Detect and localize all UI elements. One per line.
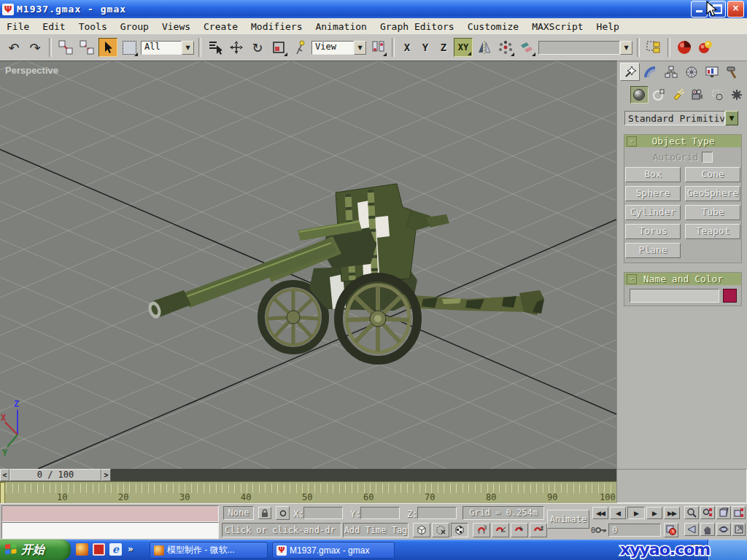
edit-named-selections-icon[interactable] [644, 38, 663, 57]
add-time-tag[interactable]: Add Time Tag [343, 523, 409, 537]
menu-graph-editors[interactable]: Graph Editors [374, 19, 461, 34]
taskbar-item-gmax[interactable]: Ψ M1937.gmax - gmax [272, 542, 395, 559]
helpers-icon[interactable] [708, 86, 727, 104]
restrict-y-button[interactable]: Y [417, 39, 433, 56]
field-of-view-icon[interactable] [684, 523, 699, 536]
geosphere-button[interactable]: GeoSphere [685, 186, 740, 201]
create-tab[interactable] [620, 63, 640, 81]
angle-snap-icon[interactable] [492, 523, 509, 537]
quick-render-icon[interactable] [696, 38, 715, 57]
dropdown-arrow-icon[interactable]: ▼ [620, 41, 632, 55]
use-pivot-center-icon[interactable] [368, 38, 387, 57]
box-button[interactable]: Box [625, 167, 681, 182]
dropdown-arrow-icon[interactable]: ▼ [354, 41, 366, 55]
min-max-toggle-icon[interactable] [732, 523, 746, 536]
time-slider-handle[interactable]: 0 / 100 [9, 469, 101, 481]
restrict-z-button[interactable]: Z [436, 39, 452, 56]
menu-animation[interactable]: Animation [309, 19, 373, 34]
render-scene-icon[interactable] [675, 38, 694, 57]
checker-cube-icon[interactable] [451, 523, 468, 537]
unlink-icon[interactable] [77, 38, 96, 57]
category-dropdown[interactable]: Standard Primitiv ▼ [624, 111, 743, 125]
cameras-icon[interactable] [689, 86, 707, 104]
snap-3d-icon[interactable]: 3 [473, 523, 490, 537]
autogrid-checkbox[interactable] [702, 152, 713, 163]
undo-icon[interactable]: ↶ [4, 38, 23, 57]
menu-group[interactable]: Group [114, 19, 155, 34]
start-button[interactable]: 开始 [0, 540, 71, 560]
slider-left-arrow[interactable]: < [0, 469, 9, 481]
viewport-label[interactable]: Perspective [5, 65, 58, 76]
object-color-swatch[interactable] [723, 289, 737, 303]
frame-zero-marker[interactable] [0, 482, 5, 504]
torus-button[interactable]: Torus [625, 224, 681, 239]
red-app-icon[interactable] [93, 543, 105, 556]
plane-button[interactable]: Plane [625, 243, 681, 258]
z-input[interactable] [417, 507, 457, 519]
cylinder-button[interactable]: Cylinder [625, 205, 681, 220]
close-button[interactable]: × [727, 1, 744, 18]
teapot-button[interactable]: Teapot [685, 224, 740, 239]
mirror-icon[interactable] [475, 38, 494, 57]
selection-filter-combo[interactable]: All ▼ [141, 40, 194, 55]
display-tab[interactable] [702, 63, 721, 81]
geometry-icon[interactable] [630, 86, 649, 104]
menu-file[interactable]: File [0, 19, 36, 34]
menu-views[interactable]: Views [155, 19, 197, 34]
named-selection-sets-combo[interactable]: ▼ [538, 40, 632, 55]
time-slider-track[interactable]: < 0 / 100 > [0, 469, 616, 481]
name-color-header[interactable]: - Name and Color [624, 273, 741, 285]
taskbar-item-modeling[interactable]: 模型制作 - 微软... [150, 542, 268, 559]
snap-cube-icon[interactable] [413, 523, 430, 537]
absolute-mode-icon[interactable] [276, 506, 290, 520]
align-icon[interactable] [517, 38, 536, 57]
current-frame-field[interactable]: 0 [608, 524, 661, 537]
array-icon[interactable] [496, 38, 515, 57]
select-scale-icon[interactable] [269, 38, 288, 57]
reference-coordinate-combo[interactable]: View ▼ [311, 40, 366, 55]
dropdown-arrow-icon[interactable]: ▼ [182, 41, 194, 55]
object-name-input[interactable] [630, 289, 719, 303]
spinner-snap-icon[interactable] [530, 523, 547, 537]
time-configuration-icon[interactable] [664, 523, 678, 537]
y-input[interactable] [360, 507, 400, 519]
menu-tools[interactable]: Tools [72, 19, 114, 34]
select-object-icon[interactable] [98, 38, 117, 57]
x-input[interactable] [303, 507, 343, 519]
set-key-icon[interactable]: 0 [591, 525, 607, 538]
arc-rotate-icon[interactable] [716, 523, 731, 536]
lights-icon[interactable] [669, 86, 687, 104]
sphere-button[interactable]: Sphere [625, 186, 681, 201]
menu-modifiers[interactable]: Modifiers [244, 19, 309, 34]
slider-right-arrow[interactable]: > [101, 469, 111, 481]
percent-snap-icon[interactable]: % [511, 523, 528, 537]
menu-edit[interactable]: Edit [36, 19, 71, 34]
selection-region-icon[interactable] [120, 38, 139, 57]
perspective-viewport[interactable]: Z X Y [0, 61, 616, 469]
internet-explorer-icon[interactable]: e [109, 543, 122, 556]
menu-help[interactable]: Help [590, 19, 626, 34]
previous-frame-icon[interactable]: ◀ [610, 507, 626, 519]
tube-button[interactable]: Tube [685, 205, 740, 220]
dotted-cube-icon[interactable] [432, 523, 449, 537]
go-to-start-icon[interactable]: ◀◀ [592, 507, 608, 519]
pan-hand-icon[interactable] [700, 523, 715, 536]
cone-button[interactable]: Cone [685, 167, 740, 182]
menu-customize[interactable]: Customize [461, 19, 525, 34]
zoom-extents-icon[interactable] [716, 506, 731, 519]
restrict-xy-plane-button[interactable]: XY [454, 38, 473, 57]
maxscript-mini-listener[interactable] [1, 505, 219, 522]
selection-lock-icon[interactable] [258, 507, 271, 519]
menu-maxscript[interactable]: MAXScript [525, 19, 589, 34]
quick-launch-chevron-icon[interactable]: » [128, 544, 133, 556]
play-icon[interactable]: ▶ [627, 507, 645, 519]
motion-tab[interactable] [681, 63, 701, 81]
redo-icon[interactable]: ↷ [26, 38, 44, 57]
zoom-extents-all-icon[interactable] [732, 506, 746, 519]
zoom-icon[interactable] [684, 506, 699, 519]
maxscript-input-line[interactable] [1, 522, 219, 539]
select-link-icon[interactable] [56, 38, 75, 57]
animate-button[interactable]: Animate [547, 510, 589, 529]
go-to-end-icon[interactable]: ▶▶ [664, 507, 680, 519]
select-move-icon[interactable] [227, 38, 246, 57]
